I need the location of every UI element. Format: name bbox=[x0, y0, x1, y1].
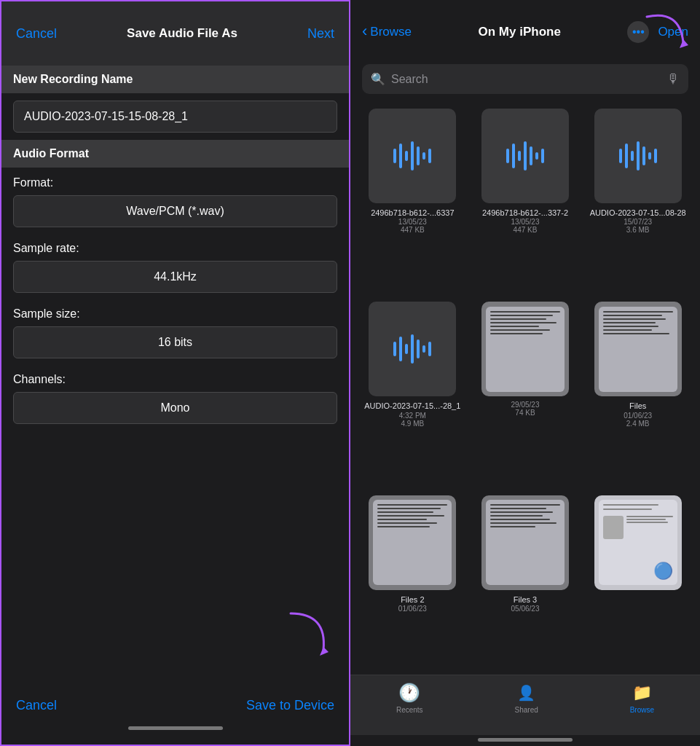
file-thumbnail: 🔵 bbox=[594, 495, 682, 590]
cancel-button[interactable]: Cancel bbox=[16, 26, 57, 42]
tab-bar: 🕐 Recents 👤 Shared 📁 Browse bbox=[350, 675, 700, 735]
file-item[interactable]: 29/05/23 74 KB bbox=[469, 296, 582, 489]
file-item[interactable]: Files 2 01/06/23 bbox=[356, 490, 469, 675]
file-thumbnail bbox=[481, 495, 569, 590]
left-header: Cancel Save Audio File As Next bbox=[1, 1, 349, 66]
microphone-icon[interactable]: 🎙 bbox=[666, 71, 680, 87]
tab-recents[interactable]: 🕐 Recents bbox=[396, 683, 423, 714]
file-date: 01/06/23 bbox=[624, 412, 652, 420]
file-name: 2496b718-b612-...6337 bbox=[371, 208, 454, 218]
svg-rect-24 bbox=[399, 337, 402, 361]
recording-name-input[interactable]: AUDIO-2023-07-15-15-08-28_1 bbox=[13, 101, 337, 133]
browse-icon: 📁 bbox=[632, 683, 652, 703]
svg-rect-14 bbox=[535, 152, 538, 160]
file-size: 4.9 MB bbox=[401, 420, 424, 428]
svg-rect-18 bbox=[631, 151, 634, 161]
audio-format-section-header: Audio Format bbox=[1, 140, 349, 168]
svg-rect-21 bbox=[648, 152, 651, 160]
svg-rect-6 bbox=[417, 146, 420, 165]
tab-browse[interactable]: 📁 Browse bbox=[630, 683, 654, 714]
files-grid: 2496b718-b612-...6337 13/05/23 447 KB 24… bbox=[350, 103, 700, 675]
footer-buttons: Cancel Save to Device bbox=[1, 691, 349, 721]
svg-rect-23 bbox=[393, 342, 396, 356]
waveform-icon bbox=[390, 331, 434, 367]
back-button[interactable]: ‹ Browse bbox=[362, 25, 412, 39]
file-item[interactable]: 2496b718-b612-...6337 13/05/23 447 KB bbox=[356, 103, 469, 296]
channels-label: Channels: bbox=[1, 364, 349, 389]
footer-cancel-button[interactable]: Cancel bbox=[16, 698, 57, 713]
svg-rect-28 bbox=[422, 345, 425, 353]
search-icon: 🔍 bbox=[371, 72, 385, 86]
file-thumbnail bbox=[369, 109, 456, 203]
file-item[interactable]: Files 3 05/06/23 bbox=[469, 490, 582, 675]
file-date: 01/06/23 bbox=[398, 605, 427, 613]
file-size: 74 KB bbox=[515, 409, 535, 417]
waveform-icon bbox=[390, 138, 434, 174]
tab-recents-label: Recents bbox=[396, 706, 423, 714]
sample-size-label: Sample size: bbox=[1, 299, 349, 323]
home-indicator bbox=[478, 738, 573, 742]
svg-rect-16 bbox=[619, 149, 622, 163]
back-label[interactable]: Browse bbox=[370, 25, 412, 39]
search-bar[interactable]: 🔍 Search 🎙 bbox=[362, 64, 688, 94]
file-thumbnail bbox=[481, 109, 569, 203]
left-panel: Cancel Save Audio File As Next New Recor… bbox=[0, 0, 350, 746]
svg-rect-27 bbox=[417, 339, 420, 358]
svg-rect-7 bbox=[422, 152, 425, 160]
arrow-annotation-right bbox=[636, 6, 694, 57]
file-item[interactable]: 🔵 bbox=[581, 490, 694, 675]
svg-rect-17 bbox=[625, 144, 628, 168]
svg-rect-10 bbox=[512, 144, 515, 168]
tab-shared-label: Shared bbox=[515, 706, 538, 714]
file-thumbnail bbox=[594, 302, 682, 396]
svg-rect-22 bbox=[654, 149, 657, 163]
file-date: 13/05/23 bbox=[511, 218, 540, 226]
svg-rect-4 bbox=[405, 151, 408, 161]
svg-rect-12 bbox=[524, 141, 527, 170]
sample-rate-dropdown[interactable]: 44.1kHz bbox=[13, 261, 337, 293]
save-to-device-button[interactable]: Save to Device bbox=[246, 698, 334, 713]
waveform-icon bbox=[503, 138, 547, 174]
recording-name-section-header: New Recording Name bbox=[1, 66, 349, 93]
next-button[interactable]: Next bbox=[307, 26, 334, 42]
sample-rate-label: Sample rate: bbox=[1, 233, 349, 258]
file-item[interactable]: AUDIO-2023-07-15...-28_1 4:32 PM 4.9 MB bbox=[356, 296, 469, 489]
channels-dropdown[interactable]: Mono bbox=[13, 392, 337, 424]
file-thumbnail bbox=[369, 495, 456, 590]
svg-rect-26 bbox=[411, 334, 414, 364]
right-header-title: On My iPhone bbox=[479, 25, 561, 39]
svg-rect-13 bbox=[530, 146, 532, 165]
tab-shared[interactable]: 👤 Shared bbox=[515, 683, 538, 714]
file-size: 2.4 MB bbox=[626, 420, 650, 428]
file-name: AUDIO-2023-07-15...-28_1 bbox=[364, 401, 460, 411]
file-item[interactable]: 2496b718-b612-...337-2 13/05/23 447 KB bbox=[469, 103, 582, 296]
svg-rect-3 bbox=[399, 144, 402, 168]
shared-icon: 👤 bbox=[516, 683, 537, 703]
svg-rect-19 bbox=[637, 141, 640, 170]
format-dropdown[interactable]: Wave/PCM (*.wav) bbox=[13, 195, 337, 227]
recents-icon: 🕐 bbox=[399, 683, 420, 703]
file-thumbnail bbox=[481, 302, 569, 396]
svg-rect-2 bbox=[393, 149, 396, 163]
waveform-icon bbox=[616, 138, 660, 174]
file-date: 05/06/23 bbox=[511, 605, 540, 613]
file-item[interactable]: AUDIO-2023-07-15...08-28 15/07/23 3.6 MB bbox=[581, 103, 694, 296]
search-input[interactable]: Search bbox=[391, 73, 661, 86]
format-label: Format: bbox=[1, 168, 349, 192]
file-date: 4:32 PM bbox=[399, 412, 426, 420]
sample-size-dropdown[interactable]: 16 bits bbox=[13, 326, 337, 358]
file-name: 2496b718-b612-...337-2 bbox=[482, 208, 568, 218]
left-footer: Cancel Save to Device bbox=[1, 691, 349, 745]
left-title: Save Audio File As bbox=[127, 26, 237, 41]
file-name: Files 3 bbox=[514, 594, 537, 605]
file-thumbnail bbox=[369, 302, 456, 396]
home-indicator bbox=[128, 726, 223, 730]
file-name: Files bbox=[629, 401, 646, 411]
svg-marker-0 bbox=[320, 647, 329, 656]
svg-rect-11 bbox=[518, 151, 521, 161]
file-size: 447 KB bbox=[401, 226, 425, 234]
file-date: 15/07/23 bbox=[624, 218, 652, 226]
arrow-annotation-left bbox=[276, 606, 334, 664]
svg-rect-20 bbox=[642, 146, 645, 165]
file-item[interactable]: Files 01/06/23 2.4 MB bbox=[581, 296, 694, 489]
